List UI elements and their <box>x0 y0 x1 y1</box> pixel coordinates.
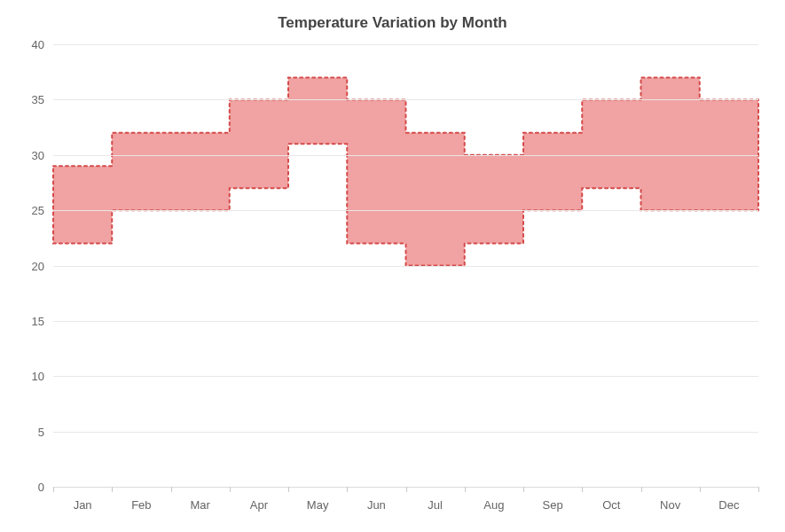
x-tick <box>53 487 54 492</box>
grid-line <box>53 432 758 433</box>
x-tick <box>112 487 113 492</box>
x-tick-label: May <box>307 498 329 512</box>
temperature-range-area <box>53 77 758 265</box>
grid-line <box>53 99 758 100</box>
y-tick-label: 0 <box>38 481 44 494</box>
chart-title: Temperature Variation by Month <box>18 14 767 32</box>
grid-line <box>53 321 758 322</box>
x-tick-label: Sep <box>543 498 563 512</box>
x-tick-label: Nov <box>660 498 680 512</box>
y-tick-label: 15 <box>32 314 44 327</box>
y-tick-label: 20 <box>32 259 44 272</box>
grid-line <box>53 44 758 45</box>
grid-line <box>53 155 758 156</box>
x-tick <box>465 487 466 492</box>
y-tick-label: 40 <box>32 38 44 51</box>
y-tick-label: 25 <box>32 204 44 217</box>
plot-region: 0510152025303540JanFebMarAprMayJunJulAug… <box>53 44 758 488</box>
y-tick-label: 10 <box>32 370 44 383</box>
chart-container: Temperature Variation by Month 051015202… <box>0 0 785 532</box>
grid-line <box>53 376 758 377</box>
x-tick-label: Aug <box>483 498 504 512</box>
y-tick-label: 5 <box>38 425 44 438</box>
x-tick <box>347 487 348 492</box>
y-tick-label: 30 <box>32 148 44 161</box>
x-tick-label: Mar <box>190 498 209 512</box>
x-tick <box>700 487 701 492</box>
x-tick <box>641 487 642 492</box>
x-tick-label: Jun <box>367 498 386 512</box>
x-tick <box>230 487 231 492</box>
x-tick <box>288 487 289 492</box>
x-tick <box>523 487 524 492</box>
x-tick-label: Jan <box>74 498 92 512</box>
y-tick-label: 35 <box>32 93 44 106</box>
grid-line <box>53 266 758 267</box>
grid-line <box>53 210 758 211</box>
x-tick-label: Apr <box>250 498 268 512</box>
x-tick-label: Dec <box>718 498 739 512</box>
x-tick <box>171 487 172 492</box>
x-tick-label: Feb <box>131 498 151 512</box>
x-tick <box>406 487 407 492</box>
plot-area: 0510152025303540JanFebMarAprMayJunJulAug… <box>53 44 758 488</box>
x-tick-label: Jul <box>428 498 443 512</box>
x-tick <box>758 487 759 492</box>
x-tick <box>582 487 583 492</box>
x-tick-label: Oct <box>602 498 620 512</box>
